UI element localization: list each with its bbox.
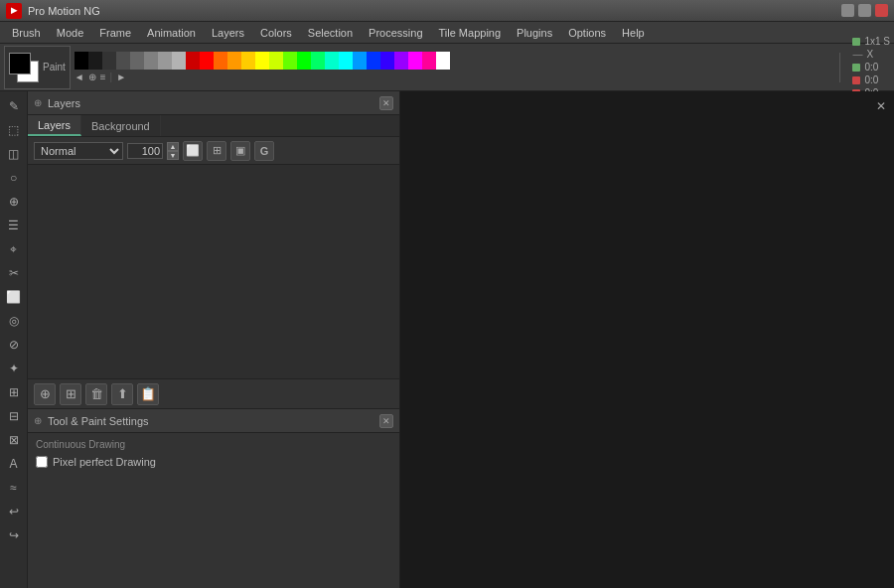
palette-menu-icon[interactable]: ≡ — [100, 72, 106, 82]
layer-lock-btn[interactable]: ▣ — [230, 141, 250, 161]
add-layer-btn[interactable]: ⊕ — [34, 383, 56, 405]
text-tool[interactable]: A — [3, 453, 25, 475]
color-swatch-4[interactable] — [130, 52, 144, 70]
menu-item-options[interactable]: Options — [560, 25, 614, 41]
menu-item-mode[interactable]: Mode — [49, 25, 92, 41]
tab-layers[interactable]: Layers — [28, 115, 81, 136]
settings-content: Continuous Drawing Pixel perfect Drawing — [28, 433, 399, 588]
opacity-up-btn[interactable]: ▲ — [167, 142, 179, 151]
blend-mode-select[interactable]: NormalMultiplyScreenOverlayDarkenLighten — [34, 142, 123, 160]
toolbar: Paint ◄ ⊕ ≡ | ► 1x1 S — X 0:0 0:0 — [0, 44, 894, 91]
pencil-tool[interactable]: ✎ — [3, 95, 25, 117]
anti-alias-tool[interactable]: ≈ — [3, 477, 25, 499]
layer-visibility-btn[interactable]: ⬜ — [183, 141, 203, 161]
toolbar-separator — [839, 53, 840, 82]
color-swatch-12[interactable] — [241, 52, 255, 70]
tile-tool[interactable]: ⊟ — [3, 405, 25, 427]
move-tool[interactable]: ⌖ — [3, 238, 25, 260]
color-swatch-16[interactable] — [297, 52, 311, 70]
layers-title-label: Layers — [48, 97, 80, 109]
palette-picker-icon[interactable]: ⊕ — [88, 72, 96, 82]
menu-item-selection[interactable]: Selection — [300, 25, 361, 41]
color-bar — [74, 52, 834, 70]
color-swatch-21[interactable] — [367, 52, 380, 70]
color-swatch-17[interactable] — [311, 52, 325, 70]
zoom-tool[interactable]: ⬜ — [3, 286, 25, 308]
color-preview[interactable] — [9, 53, 39, 82]
menu-bar: BrushModeFrameAnimationLayersColorsSelec… — [0, 22, 894, 44]
cut-tool[interactable]: ✂ — [3, 262, 25, 284]
title-bar: ▶ Pro Motion NG — [0, 0, 894, 22]
menu-item-layers[interactable]: Layers — [204, 25, 252, 41]
foreground-color-swatch[interactable] — [9, 53, 31, 74]
tool-paint-panel: ⊕ Tool & Paint Settings ✕ Continuous Dra… — [28, 409, 399, 588]
color-swatch-8[interactable] — [186, 52, 200, 70]
undo-tool[interactable]: ↩ — [3, 501, 25, 522]
tool-paint-panel-close[interactable]: ✕ — [379, 414, 393, 428]
menu-item-animation[interactable]: Animation — [139, 25, 204, 41]
pixel-perfect-checkbox[interactable] — [36, 456, 48, 468]
layer-grid-btn[interactable]: ⊞ — [207, 141, 226, 161]
move-up-btn[interactable]: ⬆ — [111, 383, 133, 405]
color-swatch-2[interactable] — [102, 52, 116, 70]
opacity-down-btn[interactable]: ▼ — [167, 151, 179, 160]
brush-tool[interactable]: ⊠ — [3, 429, 25, 451]
color-swatch-14[interactable] — [269, 52, 283, 70]
color-swatch-11[interactable] — [227, 52, 241, 70]
stamp-tool[interactable]: ✦ — [3, 358, 25, 379]
color-swatch-10[interactable] — [214, 52, 227, 70]
pixel-perfect-label: Pixel perfect Drawing — [53, 456, 156, 468]
erase-tool[interactable]: ⊘ — [3, 334, 25, 356]
menu-item-tile-mapping[interactable]: Tile Mapping — [431, 25, 510, 41]
menu-item-frame[interactable]: Frame — [91, 25, 139, 41]
menu-item-help[interactable]: Help — [614, 25, 653, 41]
fill-tool[interactable]: ☰ — [3, 215, 25, 236]
tool-paint-panel-title: ⊕ Tool & Paint Settings — [34, 415, 149, 427]
color-swatch-3[interactable] — [116, 52, 130, 70]
color-swatch-20[interactable] — [353, 52, 367, 70]
color-swatch-23[interactable] — [394, 52, 408, 70]
color-swatch-18[interactable] — [325, 52, 339, 70]
color-swatch-0[interactable] — [74, 52, 88, 70]
palette-left-arrow[interactable]: ◄ — [74, 72, 84, 82]
menu-item-plugins[interactable]: Plugins — [509, 25, 560, 41]
layer-group-btn[interactable]: G — [254, 141, 274, 161]
color-swatch-7[interactable] — [172, 52, 186, 70]
color-swatch-26[interactable] — [436, 52, 450, 70]
color-swatch-22[interactable] — [380, 52, 394, 70]
color-swatch-19[interactable] — [339, 52, 353, 70]
color-swatch-9[interactable] — [200, 52, 214, 70]
color-palette-area: ◄ ⊕ ≡ | ► — [74, 52, 834, 82]
close-button[interactable] — [875, 4, 888, 17]
duplicate-layer-btn[interactable]: 📋 — [137, 383, 159, 405]
color-swatch-25[interactable] — [422, 52, 436, 70]
eyedropper-tool[interactable]: ⊕ — [3, 191, 25, 213]
color-swatch-24[interactable] — [408, 52, 422, 70]
menu-item-brush[interactable]: Brush — [4, 25, 49, 41]
color-swatch-5[interactable] — [144, 52, 158, 70]
palette-right-arrow[interactable]: ► — [116, 72, 126, 82]
add-group-btn[interactable]: ⊞ — [60, 383, 81, 405]
color-swatch-13[interactable] — [255, 52, 269, 70]
menu-item-colors[interactable]: Colors — [252, 25, 300, 41]
opacity-input[interactable] — [127, 143, 163, 159]
maximize-button[interactable] — [858, 4, 871, 17]
ellipse-tool[interactable]: ○ — [3, 167, 25, 189]
palette-separator: | — [110, 72, 113, 82]
magnify-tool[interactable]: ◎ — [3, 310, 25, 332]
color-swatch-1[interactable] — [88, 52, 102, 70]
minimize-button[interactable] — [841, 4, 854, 17]
menu-item-processing[interactable]: Processing — [361, 25, 430, 41]
color-swatch-15[interactable] — [283, 52, 297, 70]
select-tool[interactable]: ⬚ — [3, 119, 25, 141]
tab-background[interactable]: Background — [81, 115, 161, 136]
canvas-close-btn[interactable]: ✕ — [876, 99, 886, 113]
redo-tool[interactable]: ↪ — [3, 524, 25, 546]
color-swatch-6[interactable] — [158, 52, 172, 70]
rect-tool[interactable]: ◫ — [3, 143, 25, 165]
grid-tool[interactable]: ⊞ — [3, 381, 25, 403]
delete-layer-btn[interactable]: 🗑 — [85, 383, 107, 405]
layers-panel-close[interactable]: ✕ — [379, 96, 393, 110]
canvas-area[interactable]: ✕ — [400, 91, 894, 588]
right-info: 1x1 S — X 0:0 0:0 0:0 — [852, 36, 890, 98]
